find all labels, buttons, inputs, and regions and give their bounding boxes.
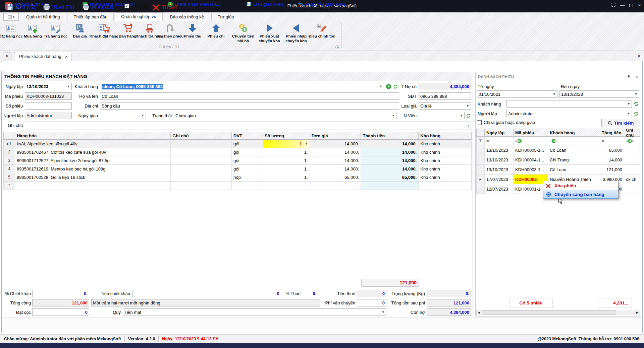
fullscreen-icon[interactable] <box>611 3 615 8</box>
ribbon-tab-quan-ly-nghiep-vu[interactable]: Quản lý nghiệp vụ <box>115 12 163 21</box>
refresh-icon[interactable] <box>633 111 639 117</box>
filter-abc-icon[interactable]: aBc <box>624 137 640 145</box>
table-row[interactable]: 2 8935001702467, Cofitos kẹo café sữa gó… <box>3 148 472 156</box>
ribbon-tab-bao-cao[interactable]: Báo cáo thống kê <box>164 13 210 21</box>
panel-khach-hang-combo[interactable]: ▼ <box>506 100 632 108</box>
undelivered-checkbox[interactable]: Chưa giao hoặc đang giao <box>477 120 535 125</box>
scroll-right-icon[interactable]: ▶ <box>635 311 640 314</box>
panel-header-tong-tien[interactable]: Tổng tiền <box>600 129 624 136</box>
search-button[interactable]: Tìm kiếm <box>601 119 640 127</box>
refresh-icon[interactable] <box>633 101 639 107</box>
list-item[interactable]: 13/10/2023 KDH00004-1... Chị Trang 14,00… <box>476 155 640 165</box>
print-a4-button[interactable]: IN A4 (F6) <box>43 3 74 11</box>
app-menu-button[interactable]: ▾ <box>3 13 19 21</box>
ma-phieu-field[interactable]: KDH00003-131023 <box>25 92 72 100</box>
grid-header-thanh-tien[interactable]: Thành tiền <box>361 132 419 139</box>
tu-ngay-combo[interactable]: 01/10/2021▼ <box>477 90 557 98</box>
refresh-employee-icon[interactable] <box>466 113 471 119</box>
toolbar-phieu-xuat-chuyen-kho[interactable]: Phiếu xuất chuyển kho <box>255 22 284 44</box>
preview-checkbox[interactable]: ✓ XEM IN <box>124 3 147 9</box>
new-row[interactable]: * <box>3 182 472 190</box>
tien-chiet-khau-input[interactable]: 0 <box>132 290 281 297</box>
grid-header-don-gia[interactable]: Đơn giá <box>310 132 361 139</box>
exit-button[interactable]: THOÁT <box>152 3 178 11</box>
quy-combo[interactable]: Tiền mặt▼ <box>123 308 386 316</box>
list-item[interactable]: 13/10/2023 KDH00005-1... Cô Loan 65,000 <box>476 145 640 155</box>
panel-header-ngay-lap[interactable]: Ngày lập <box>485 129 514 136</box>
cell-qty-editing[interactable]: 1.▼ <box>263 140 310 148</box>
menu-item-convert-to-sale[interactable]: Chuyển sang bán hàng <box>543 190 618 199</box>
panel-filter-row[interactable]: = aBc aBc = aBc <box>476 137 640 145</box>
grid-header-hang-hoa[interactable]: Hàng hóa <box>15 132 171 139</box>
pct-chiet-khau-input[interactable]: 0. <box>32 290 89 297</box>
filter-abc-icon[interactable]: aBc <box>548 137 600 145</box>
filter-abc-icon[interactable]: aBc <box>514 137 548 145</box>
panel-nguoi-lap-combo[interactable]: Administrator▼ <box>506 110 632 117</box>
close-all-tabs-button[interactable]: ✕ <box>3 53 11 60</box>
cell-price[interactable] <box>310 182 361 190</box>
tab-close-icon[interactable]: ✕ <box>65 55 68 59</box>
ribbon-tab-thiet-lap[interactable]: Thiết lập ban đầu <box>67 13 113 21</box>
splitter[interactable] <box>474 72 474 317</box>
cell-warehouse[interactable] <box>419 182 471 190</box>
table-row[interactable]: 4 8935001712619, Mentos kẹo bạc hà gói 1… <box>3 165 472 173</box>
list-item[interactable]: 13/10/2023 KDH00003-1... Cô Loan 121,000 <box>476 165 640 175</box>
panel-header-ma-phieu[interactable]: Mã phiếu <box>514 129 548 136</box>
ribbon-tab-tro-giup[interactable]: Trợ giúp <box>211 13 240 21</box>
trang-thai-combo[interactable]: Chưa giao▼ <box>174 112 396 119</box>
scrollbar-thumb[interactable] <box>482 310 616 315</box>
group-dialog-launcher-icon[interactable]: ◢ <box>335 45 339 49</box>
toolbar-phieu-nhap-chuyen-kho[interactable]: Phiếu nhập chuyển kho <box>282 22 311 44</box>
grid-header-so-luong[interactable]: Số lượng <box>263 132 310 139</box>
ribbon-tab-quan-tri[interactable]: Quản trị hệ thống <box>20 13 66 21</box>
splitter[interactable] <box>473 72 473 317</box>
phi-van-chuyen-input[interactable]: 0 <box>357 299 386 306</box>
save-layout-button[interactable]: Lưu giao diện <box>247 2 283 7</box>
restore-layout-button[interactable]: Phục hồi giao diện <box>298 2 345 7</box>
loai-gia-combo[interactable]: Giá lẻ▼ <box>419 102 471 110</box>
ho-va-ten-input[interactable]: Cô Loan <box>100 92 399 100</box>
table-row[interactable]: 3 8935001712527, Alpenlibe kẹo 2chew gói… <box>3 156 472 165</box>
pct-thue-input[interactable]: 0. <box>302 290 318 297</box>
n-vien-combo[interactable]: ▼ <box>419 112 465 119</box>
panel-header-ghi-chu[interactable]: Ghi chú <box>624 129 640 136</box>
panel-close-icon[interactable]: ✕ <box>635 74 639 79</box>
filter-equals-icon[interactable]: = <box>600 137 624 145</box>
minimize-button[interactable]: — <box>620 3 625 8</box>
dia-chi-input[interactable]: Sông cầu <box>100 102 399 110</box>
cell-unit[interactable] <box>232 182 263 190</box>
ngay-lap-combo[interactable]: 13/10/2023▼ <box>25 83 72 90</box>
cell-qty[interactable] <box>263 182 310 190</box>
so-phieu-input[interactable] <box>25 102 72 110</box>
grid-header-ghi-chu[interactable]: Ghi chú <box>171 132 232 139</box>
scroll-left-icon[interactable]: ◀ <box>477 311 481 314</box>
nguoi-lap-field[interactable]: Administrator <box>25 112 72 119</box>
table-row[interactable]: 5 8935001702528, Golia kẹo 16 stick hộp … <box>3 173 472 182</box>
den-ngay-combo[interactable]: 13/10/2023▼ <box>559 90 639 98</box>
ghi-chu-input[interactable]: ▲▼ <box>25 122 471 130</box>
grid-header-kho-hang[interactable]: Kho hàng <box>419 132 471 139</box>
toolbar-phieu-chi[interactable]: Phiếu chi <box>202 22 230 39</box>
menu-item-delete-voucher[interactable]: Xóa phiếu <box>543 181 618 190</box>
cell-amount[interactable] <box>361 182 419 190</box>
close-button[interactable]: ✕ <box>638 3 641 8</box>
pin-icon[interactable] <box>627 74 631 79</box>
panel-horizontal-scrollbar[interactable]: ◀ ▶ <box>476 310 640 315</box>
sdt-input[interactable]: 0965 388 888 <box>419 92 471 100</box>
tab-row-close-icon[interactable]: ✕ <box>637 54 641 58</box>
dat-coc-input[interactable]: 0 <box>32 308 89 316</box>
ngay-giao-combo[interactable]: ▼ <box>100 112 146 119</box>
panel-header-khach-hang[interactable]: Khách hàng <box>548 129 600 136</box>
maximize-button[interactable] <box>629 4 633 7</box>
print-a4kcn-button[interactable]: IN A4KCN <box>82 3 114 11</box>
save-button[interactable]: LƯU (F2) <box>6 3 36 11</box>
filter-equals-icon[interactable]: = <box>485 137 514 145</box>
table-row[interactable]: ▸1 ksAl, Alpenlibe kẹo sữa gói 40v gói 1… <box>3 140 472 148</box>
grid-header-dvt[interactable]: ĐVT <box>232 132 263 139</box>
toolbar-chuyen-tien-noi-bo[interactable]: €$ Chuyển tiền nội bộ <box>229 22 257 44</box>
toolbar-dieu-chinh-ton[interactable]: ab Điều chỉnh tồn <box>307 22 337 39</box>
cell-note[interactable] <box>171 182 232 190</box>
tab-phieu-khach-dat-hang[interactable]: Phiếu khách đặt hàng✕ <box>14 52 71 61</box>
add-customer-icon[interactable]: + <box>386 83 391 89</box>
cell-product[interactable] <box>15 182 171 190</box>
